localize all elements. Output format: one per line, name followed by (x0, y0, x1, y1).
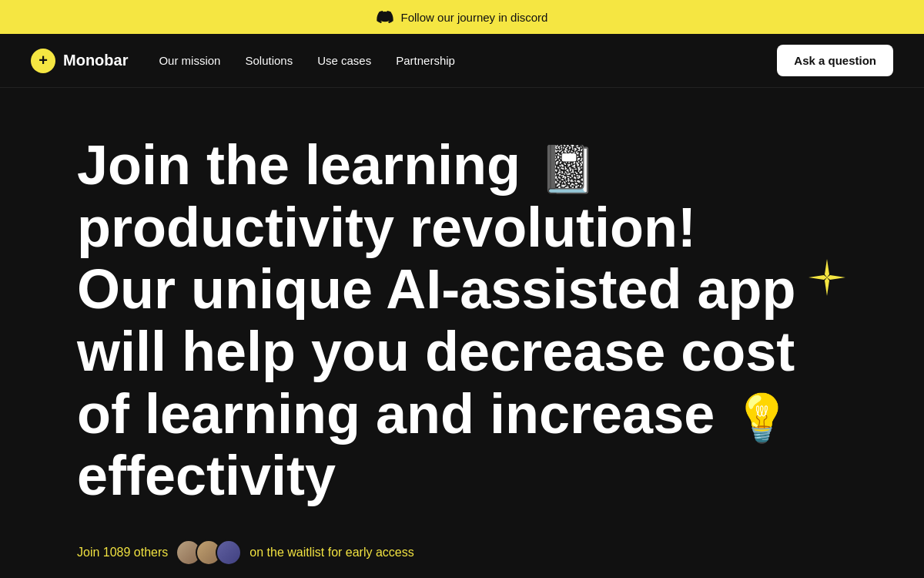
nav-link-partnership[interactable]: Partnership (396, 54, 455, 67)
nav-item-mission[interactable]: Our mission (159, 54, 220, 68)
nav-item-usecases[interactable]: Use cases (317, 54, 371, 68)
logo[interactable]: + Monobar (31, 49, 128, 73)
notebook-icon: 📓 (539, 143, 597, 195)
nav-item-partnership[interactable]: Partnership (396, 54, 455, 68)
avatar-group (176, 539, 242, 566)
nav-links: Our mission Solutions Use cases Partners… (159, 54, 455, 68)
top-banner: Follow our journey in discord (0, 0, 924, 34)
sparkle-icon (807, 257, 847, 297)
navbar: + Monobar Our mission Solutions Use case… (0, 34, 924, 88)
logo-icon: + (31, 49, 55, 73)
logo-text: Monobar (63, 52, 128, 69)
waitlist-row: Join 1089 others on the waitlist for ear… (77, 539, 847, 566)
lightbulb-icon: 💡 (733, 392, 791, 444)
hero-heading: Join the learning 📓 productivity revolut… (77, 134, 808, 507)
join-text: Join 1089 others (77, 546, 168, 560)
avatar-3 (216, 539, 242, 566)
sparkle-decoration (807, 257, 847, 301)
nav-item-solutions[interactable]: Solutions (245, 54, 293, 68)
ask-question-button[interactable]: Ask a question (777, 45, 893, 76)
nav-link-solutions[interactable]: Solutions (245, 54, 293, 67)
nav-link-usecases[interactable]: Use cases (317, 54, 371, 67)
hero-section: Join the learning 📓 productivity revolut… (0, 88, 924, 578)
discord-icon (377, 11, 393, 23)
waitlist-text: on the waitlist for early access (249, 546, 413, 560)
nav-left: + Monobar Our mission Solutions Use case… (31, 49, 455, 73)
nav-link-mission[interactable]: Our mission (159, 54, 220, 67)
banner-text: Follow our journey in discord (401, 11, 548, 24)
